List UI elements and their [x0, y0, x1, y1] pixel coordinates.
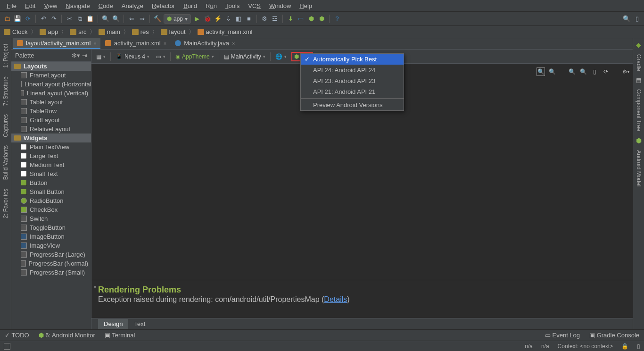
palette-item[interactable]: LinearLayout (Horizontal) [11, 80, 91, 89]
make-icon[interactable]: 🔨 [153, 15, 162, 23]
palette-item[interactable]: TableLayout [11, 98, 91, 107]
toolwindow-android-monitor[interactable]: ⬢ 6: Android Monitor [39, 332, 95, 339]
menu-window[interactable]: Window [265, 1, 295, 10]
palette-item[interactable]: Large Text [11, 151, 91, 160]
palette-item[interactable]: ToggleButton [11, 223, 91, 232]
crumb-src[interactable]: src [70, 28, 86, 35]
palette-item[interactable]: ProgressBar (Small) [11, 268, 91, 277]
toolwindow-toggle-icon[interactable] [4, 343, 10, 350]
hide-icon[interactable]: ⇥ [82, 52, 87, 59]
close-icon[interactable]: × [93, 284, 97, 291]
orientation-dropdown[interactable]: ▭▾ [154, 52, 167, 61]
paste-icon[interactable]: 📋 [86, 15, 94, 23]
menu-vcs[interactable]: VCS [244, 1, 264, 10]
menu-code[interactable]: Code [95, 1, 117, 10]
api-preview-versions[interactable]: Preview Android Versions [301, 100, 404, 110]
toolwindow-structure[interactable]: 7: Structure [2, 74, 9, 109]
toolwindow-todo[interactable]: ✓ TODO [5, 332, 29, 339]
palette-item[interactable]: Small Button [11, 187, 91, 196]
menu-navigate[interactable]: Navigate [62, 1, 93, 10]
redo-icon[interactable]: ↷ [50, 15, 58, 23]
open-icon[interactable]: 🗀 [3, 15, 11, 23]
toolwindow-captures[interactable]: Captures [2, 111, 9, 140]
android-profiler-icon[interactable]: ⬢ [307, 15, 315, 23]
menu-run[interactable]: Run [202, 1, 221, 10]
api-option-23[interactable]: API 23: Android API 23 [301, 75, 404, 86]
palette-item[interactable]: RadioButton [11, 196, 91, 205]
palette-item[interactable]: GridLayout [11, 116, 91, 125]
copy-icon[interactable]: ⧉ [75, 15, 84, 23]
forward-icon[interactable]: ⇒ [138, 15, 146, 23]
undo-icon[interactable]: ↶ [39, 15, 48, 23]
design-mode-toggle[interactable]: ▦▾ [94, 52, 107, 61]
toolwindow-event-log[interactable]: ▭ Event Log [545, 332, 580, 339]
api-option-21[interactable]: API 21: Android API 21 [301, 86, 404, 97]
crumb-res[interactable]: res [132, 28, 149, 35]
save-icon[interactable]: 💾 [13, 15, 22, 23]
notifications-icon[interactable]: ▯ [637, 343, 640, 350]
component-tree-icon[interactable]: ▤ [636, 77, 641, 84]
help-icon[interactable]: ? [333, 15, 341, 23]
android-icon[interactable]: ⬢ [636, 137, 642, 144]
menu-view[interactable]: View [40, 1, 61, 10]
settings-icon[interactable]: ⚙ [260, 15, 269, 23]
run-config-dropdown[interactable]: ⬢app ▾ [164, 14, 191, 24]
status-context[interactable]: Context: <no context> [558, 343, 613, 350]
palette-group-layouts[interactable]: Layouts [11, 62, 91, 71]
api-option-auto[interactable]: Automatically Pick Best [301, 54, 404, 65]
locale-dropdown[interactable]: 🌐▾ [273, 52, 289, 61]
palette-item[interactable]: TableRow [11, 107, 91, 116]
palette-item[interactable]: CheckBox [11, 205, 91, 214]
tab-layout-activity-main[interactable]: layout/activity_main.xml× [13, 38, 100, 49]
device-dropdown[interactable]: 📱 Nexus 4▾ [114, 52, 151, 61]
back-icon[interactable]: ⇐ [127, 15, 136, 23]
gear-icon[interactable]: ✻▾ [72, 52, 80, 59]
menu-build[interactable]: Build [180, 1, 201, 10]
stop-icon[interactable]: ■ [245, 15, 253, 23]
palette-item[interactable]: ProgressBar (Large) [11, 250, 91, 259]
palette-group-widgets[interactable]: Widgets [11, 134, 91, 142]
attach-debugger-icon[interactable]: ⇩ [224, 15, 232, 23]
api-option-24[interactable]: API 24: Android API 24 [301, 65, 404, 75]
details-link[interactable]: Details [324, 295, 347, 303]
menu-help[interactable]: Help [296, 1, 316, 10]
close-icon[interactable]: × [232, 41, 235, 46]
crumb-module[interactable]: app [40, 28, 58, 35]
crumb-main[interactable]: main [99, 28, 120, 35]
crumb-project[interactable]: Clock [4, 28, 28, 35]
palette-item[interactable]: Switch [11, 214, 91, 223]
search-icon[interactable]: 🔍 [622, 15, 631, 23]
gradle-icon[interactable]: ◆ [636, 41, 641, 49]
palette-item[interactable]: Medium Text [11, 160, 91, 169]
palette-item[interactable]: LinearLayout (Vertical) [11, 89, 91, 98]
menu-refactor[interactable]: Refactor [148, 1, 179, 10]
palette-item[interactable]: Small Text [11, 169, 91, 178]
menu-analyze[interactable]: Analyze [118, 1, 147, 10]
tab-text[interactable]: Text [128, 319, 151, 329]
menu-tools[interactable]: Tools [222, 1, 243, 10]
palette-item[interactable]: Plain TextView [11, 142, 91, 151]
toolwindow-android-model[interactable]: Android Model [636, 147, 642, 189]
tab-mainactivity-java[interactable]: MainActivity.java× [171, 38, 239, 49]
menu-file[interactable]: File [3, 1, 20, 10]
menu-edit[interactable]: Edit [21, 1, 39, 10]
run-icon[interactable]: ▶ [193, 15, 201, 23]
tab-design[interactable]: Design [98, 319, 128, 329]
palette-item[interactable]: ProgressBar (Normal) [11, 259, 91, 268]
toolwindow-terminal[interactable]: ▣ Terminal [105, 332, 135, 339]
toolwindow-gradle-console[interactable]: ▣ Gradle Console [589, 332, 639, 339]
palette-item[interactable]: FrameLayout [11, 71, 91, 80]
sdk-manager-icon[interactable]: ⬇ [286, 15, 295, 23]
palette-item[interactable]: ImageView [11, 241, 91, 250]
project-structure-icon[interactable]: ☲ [271, 15, 279, 23]
toolwindow-project[interactable]: 1: Project [2, 41, 9, 71]
cut-icon[interactable]: ✂ [65, 15, 74, 23]
find-icon[interactable]: 🔍 [101, 15, 110, 23]
palette-item[interactable]: ImageButton [11, 232, 91, 241]
toolwindow-gradle[interactable]: Gradle [636, 51, 642, 74]
android-icon[interactable]: ⬢ [317, 15, 326, 23]
toolwindow-component-tree[interactable]: Component Tree [636, 86, 642, 134]
replace-icon[interactable]: 🔍 [112, 15, 120, 23]
avd-manager-icon[interactable]: ▭ [297, 15, 305, 23]
crumb-file[interactable]: activity_main.xml [198, 28, 253, 35]
